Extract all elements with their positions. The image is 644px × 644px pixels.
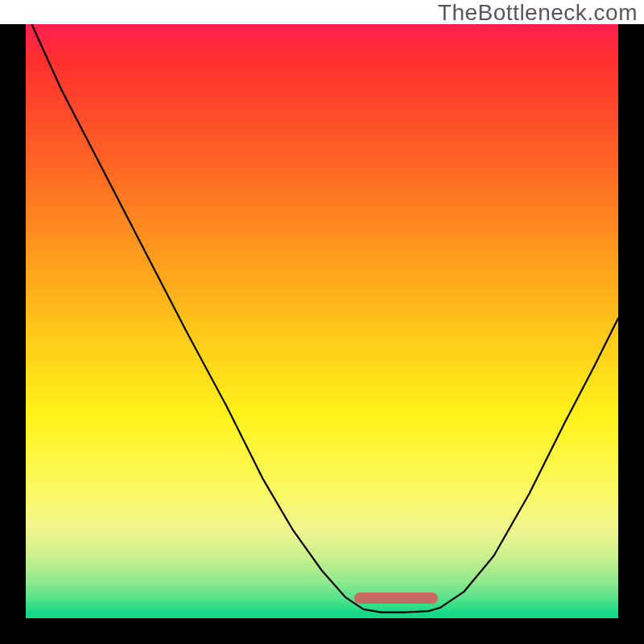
curve-path	[31, 24, 618, 613]
optimal-range-marker	[354, 592, 437, 604]
frame-border-bottom	[0, 618, 644, 644]
watermark-text: TheBottleneck.com	[438, 0, 638, 26]
frame-border-right	[618, 24, 644, 644]
frame-border-left	[0, 24, 26, 644]
chart-frame: TheBottleneck.com	[0, 0, 644, 644]
bottleneck-curve	[26, 24, 618, 618]
plot-area	[26, 24, 618, 618]
